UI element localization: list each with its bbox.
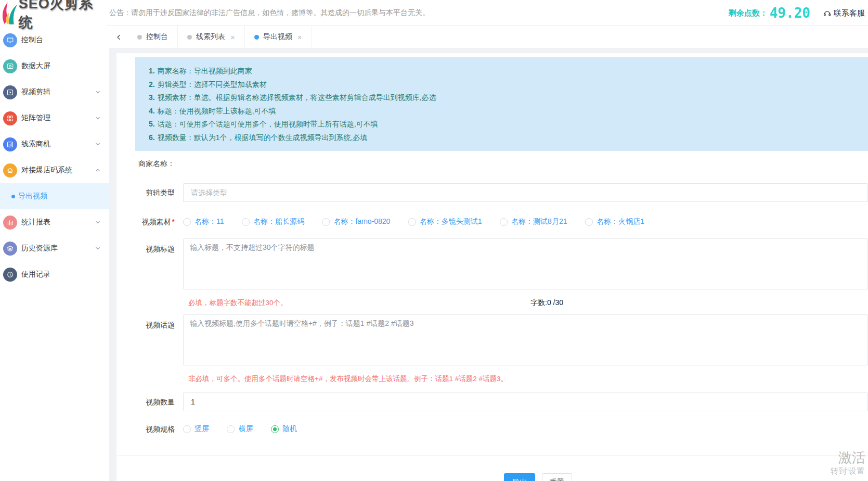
points-label: 剩余点数： [729, 8, 768, 18]
video-material-row: 视频素材* 名称：11 名称：船长源码 名称：famo-0820 名称：多镜头测… [121, 214, 868, 229]
clip-type-label: 剪辑类型 [121, 183, 175, 202]
sidebar-item-history-repository[interactable]: 历史资源库 [0, 235, 109, 261]
contact-service-button[interactable]: 联系客服 [823, 8, 865, 18]
tab-dot-icon [254, 35, 259, 40]
sidebar-item-label: 历史资源库 [21, 244, 58, 253]
chevron-down-icon [95, 115, 101, 121]
instruction-line: 6.视频数量：默认为1个，根据填写的个数生成视频导出到系统,必填 [149, 131, 858, 145]
tab-export-video[interactable]: 导出视频 × [245, 26, 312, 48]
radio-icon [500, 218, 508, 226]
video-topic-textarea[interactable] [183, 314, 868, 365]
form-actions: 导出 重置 [504, 473, 868, 481]
sidebar-item-leads[interactable]: 线索商机 [0, 131, 109, 157]
topic-helper-text: 非必填，可多个。使用多个话题时请空格+#，发布视频时会带上该话题。例子：话题1 … [188, 375, 508, 383]
sidebar-item-label: 对接爆店码系统 [21, 166, 72, 175]
tab-label: 控制台 [146, 32, 168, 42]
headset-icon [823, 9, 832, 18]
export-video-panel: 1.商家名称：导出视频到此商家 2.剪辑类型：选择不同类型加载素材 3.视频素材… [116, 53, 868, 481]
merchant-name-row: 商家名称： [121, 158, 868, 169]
radio-icon [242, 218, 250, 226]
export-video-form: 商家名称： 剪辑类型 视频素材* 名称：11 名称：船长源码 名称：famo-0… [121, 158, 868, 436]
sidebar-subitem-label: 导出视频 [18, 192, 47, 201]
app-logo: SEO火剪系统 [0, 0, 107, 32]
title-char-counter: 字数:0 /30 [530, 298, 563, 308]
tabs-back-button[interactable] [109, 26, 128, 48]
material-radio-option[interactable]: 名称：测试8月21 [500, 214, 567, 229]
sidebar-subitem-export-video[interactable]: 导出视频 [0, 183, 109, 209]
material-radio-option[interactable]: 名称：船长源码 [242, 214, 304, 229]
video-count-row: 视频数量 [121, 393, 868, 411]
material-radio-option[interactable]: 名称：火锅店1 [585, 214, 644, 229]
export-button[interactable]: 导出 [504, 473, 535, 481]
video-clip-icon [3, 85, 17, 99]
radio-icon [227, 425, 235, 433]
sidebar-item-data-screen[interactable]: 数据大屏 [0, 53, 109, 79]
required-asterisk: * [172, 218, 175, 226]
video-spec-row: 视频规格 竖屏 横屏 随机 [121, 422, 868, 436]
active-dot-icon [11, 195, 15, 198]
radio-icon [183, 218, 191, 226]
sidebar-item-label: 使用记录 [21, 270, 50, 279]
chevron-down-icon [95, 245, 101, 251]
video-count-input[interactable] [183, 393, 868, 411]
video-topic-label: 视频话题 [121, 321, 175, 330]
sidebar-item-statistics-report[interactable]: 统计报表 [0, 209, 109, 235]
chevron-down-icon [95, 219, 101, 225]
instructions-box: 1.商家名称：导出视频到此商家 2.剪辑类型：选择不同类型加载素材 3.视频素材… [135, 57, 868, 151]
radio-checked-icon [271, 425, 279, 433]
video-count-label: 视频数量 [121, 393, 175, 411]
material-radio-option[interactable]: 名称：11 [183, 214, 224, 229]
sidebar-item-store-code-system[interactable]: 对接爆店码系统 [0, 157, 109, 183]
tab-label: 导出视频 [263, 32, 292, 42]
clip-type-select[interactable] [183, 183, 868, 202]
tab-bar: 控制台 线索列表 × 导出视频 × [109, 26, 868, 48]
tab-console[interactable]: 控制台 [128, 26, 178, 48]
close-icon[interactable]: × [297, 33, 302, 41]
material-radio-option[interactable]: 名称：famo-0820 [322, 214, 390, 229]
points-value: 49.20 [770, 5, 810, 21]
radio-icon [183, 425, 191, 433]
radio-icon [322, 218, 330, 226]
header-right: 剩余点数： 49.20 联系客服 [729, 5, 868, 21]
clip-type-row: 剪辑类型 [121, 183, 868, 202]
chevron-down-icon [95, 141, 101, 147]
sidebar-item-video-clip[interactable]: 视频剪辑 [0, 79, 109, 105]
instruction-line: 1.商家名称：导出视频到此商家 [149, 65, 858, 78]
topic-helper-row: 非必填，可多个。使用多个话题时请空格+#，发布视频时会带上该话题。例子：话题1 … [121, 374, 868, 383]
header-divider [107, 26, 868, 26]
video-topic-row: 视频话题 [121, 314, 868, 365]
instruction-line: 4.标题：使用视频时带上该标题,可不填 [149, 105, 858, 118]
video-title-label: 视频标题 [121, 245, 175, 254]
contact-service-label: 联系客服 [834, 8, 865, 18]
spec-radio-horizontal[interactable]: 横屏 [227, 422, 253, 436]
store-code-icon [3, 163, 17, 178]
app-title: SEO火剪系统 [19, 0, 107, 32]
tab-leads-list[interactable]: 线索列表 × [178, 26, 245, 48]
spec-radio-vertical[interactable]: 竖屏 [183, 422, 209, 436]
close-icon[interactable]: × [230, 33, 235, 41]
matrix-icon [3, 111, 17, 125]
video-material-label: 视频素材* [121, 214, 175, 229]
sidebar-item-matrix-management[interactable]: 矩阵管理 [0, 105, 109, 131]
chevron-down-icon [95, 89, 101, 95]
spec-radio-random[interactable]: 随机 [271, 422, 297, 436]
sidebar-item-usage-record[interactable]: 使用记录 [0, 261, 109, 287]
sidebar-item-label: 数据大屏 [21, 61, 50, 71]
reset-button[interactable]: 重置 [542, 473, 572, 481]
announcement-text: 公告：请勿用于违反国家法律的非法广告信息，如色情，赌博等。其造成的一切后果与本平… [107, 8, 729, 18]
chevron-left-icon [115, 34, 122, 41]
video-spec-label: 视频规格 [121, 422, 175, 436]
merchant-name-label: 商家名称： [121, 158, 175, 169]
sidebar-item-label: 控制台 [21, 35, 43, 45]
video-title-textarea[interactable] [183, 238, 868, 289]
logo-flame-icon [1, 2, 18, 24]
sidebar-item-label: 视频剪辑 [21, 87, 50, 97]
report-icon [3, 216, 17, 230]
instruction-line: 3.视频素材：单选。根据剪辑名称选择视频素材，将这些素材剪辑合成导出到视频库,必… [149, 91, 858, 105]
title-helper-text: 必填，标题字数不能超过30个。 [188, 299, 288, 307]
chevron-up-icon [95, 167, 101, 173]
material-radio-option[interactable]: 名称：多镜头测试1 [408, 214, 482, 229]
leads-icon [3, 137, 17, 151]
radio-icon [585, 218, 593, 226]
tab-label: 线索列表 [196, 32, 225, 42]
